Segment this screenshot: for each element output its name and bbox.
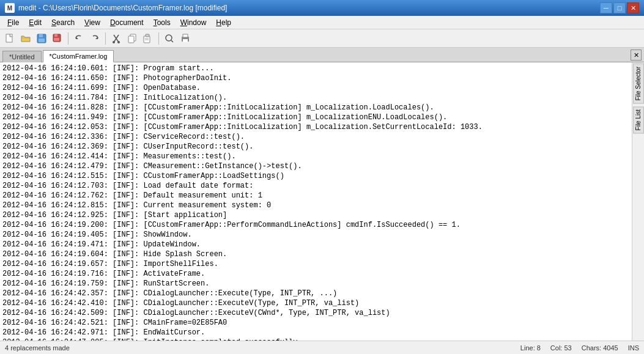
file-list-button[interactable]: File List — [633, 106, 644, 133]
log-line: 2012-04-16 16:24:19.716: [INF]: Activate… — [2, 269, 629, 279]
print-button[interactable] — [178, 31, 193, 46]
status-bar: 4 replacements made Line: 8 Col: 53 Char… — [0, 341, 644, 354]
menu-help[interactable]: Help — [211, 17, 236, 28]
open-button[interactable] — [18, 31, 33, 46]
log-line: 2012-04-16 16:24:19.657: [INF]: ImportSh… — [2, 259, 629, 269]
svg-point-12 — [117, 41, 120, 43]
separator-1 — [68, 32, 68, 45]
log-line: 2012-04-16 16:24:12.515: [INF]: CCustomF… — [2, 171, 629, 181]
main-area: 2012-04-16 16:24:10.601: [INF]: Program … — [0, 62, 644, 341]
tab-untitled[interactable]: *Untitled — [2, 51, 42, 62]
new-button[interactable] — [2, 31, 17, 46]
log-line: 2012-04-16 16:24:12.336: [INF]: CService… — [2, 132, 629, 142]
log-line: 2012-04-16 16:24:12.369: [INF]: CUserInp… — [2, 142, 629, 152]
toolbar — [0, 29, 644, 48]
log-line: 2012-04-16 16:24:42.521: [INF]: CMainFra… — [2, 318, 629, 328]
right-panel: File Selector File List — [632, 62, 644, 341]
title-bar-left: M medit - C:\Users\Florin\Documents\Cust… — [5, 3, 227, 13]
log-line: 2012-04-16 16:24:19.200: [INF]: [CCustom… — [2, 220, 629, 230]
svg-point-19 — [166, 35, 172, 41]
svg-rect-2 — [39, 34, 43, 37]
app-icon: M — [5, 3, 15, 13]
save-button[interactable] — [34, 31, 49, 46]
status-message: 4 replacements made — [5, 344, 70, 352]
file-selector-button[interactable]: File Selector — [633, 64, 644, 104]
log-line: 2012-04-16 16:24:19.604: [INF]: Hide Spl… — [2, 249, 629, 259]
log-line: 2012-04-16 16:24:12.703: [INF]: Load def… — [2, 181, 629, 191]
log-line: 2012-04-16 16:24:12.479: [INF]: CMeasure… — [2, 161, 629, 171]
log-line: 2012-04-16 16:24:42.971: [INF]: EndWaitC… — [2, 328, 629, 337]
paste-button[interactable] — [141, 31, 155, 46]
editor: 2012-04-16 16:24:10.601: [INF]: Program … — [0, 62, 632, 341]
log-line: 2012-04-16 16:24:12.925: [INF]: [Start a… — [2, 210, 629, 220]
log-line: 2012-04-16 16:24:19.405: [INF]: ShowWind… — [2, 230, 629, 240]
status-chars: Chars: 4045 — [582, 344, 618, 352]
svg-line-20 — [171, 40, 173, 42]
menu-file[interactable]: File — [2, 17, 24, 28]
svg-point-11 — [113, 41, 115, 43]
log-line: 2012-04-16 16:24:42.509: [INF]: CDialogL… — [2, 308, 629, 318]
title-bar-buttons: ─ □ ✕ — [600, 2, 639, 13]
menu-edit[interactable]: Edit — [24, 17, 46, 28]
svg-rect-16 — [146, 34, 149, 37]
log-line: 2012-04-16 16:24:12.053: [INF]: [CCustom… — [2, 122, 629, 132]
menu-bar: File Edit Search View Document Tools Win… — [0, 16, 644, 29]
svg-rect-14 — [128, 36, 134, 43]
tab-bar: *Untitled *CustomFramer.log ✕ — [0, 48, 644, 62]
log-line: 2012-04-16 16:24:11.650: [INF]: Photogra… — [2, 73, 629, 83]
svg-rect-6 — [54, 38, 59, 41]
separator-3 — [158, 32, 159, 45]
log-line: 2012-04-16 16:24:11.949: [INF]: [CCustom… — [2, 112, 629, 122]
svg-marker-7 — [76, 37, 78, 39]
log-line: 2012-04-16 16:24:19.759: [INF]: RunStart… — [2, 279, 629, 289]
title-bar: M medit - C:\Users\Florin\Documents\Cust… — [0, 0, 644, 16]
maximize-button[interactable]: □ — [613, 2, 626, 13]
menu-search[interactable]: Search — [46, 17, 80, 28]
status-info: Line: 8 Col: 53 Chars: 4045 INS — [520, 344, 639, 352]
status-mode: INS — [628, 344, 639, 352]
log-line: 2012-04-16 16:24:11.828: [INF]: [CCustom… — [2, 103, 629, 112]
log-line: 2012-04-16 16:24:12.414: [INF]: Measurem… — [2, 152, 629, 161]
svg-rect-22 — [183, 39, 188, 42]
svg-rect-0 — [6, 34, 12, 42]
find-button[interactable] — [162, 31, 177, 46]
log-line: 2012-04-16 16:24:12.815: [INF]: Current … — [2, 201, 629, 210]
log-line: 2012-04-16 16:24:12.762: [INF]: Default … — [2, 191, 629, 201]
redo-button[interactable] — [87, 31, 102, 46]
tab-customframer[interactable]: *CustomFramer.log — [43, 50, 114, 62]
save-all-button[interactable] — [50, 31, 65, 46]
cut-button[interactable] — [109, 31, 124, 46]
log-line: 2012-04-16 16:24:11.784: [INF]: InitLoca… — [2, 93, 629, 103]
minimize-button[interactable]: ─ — [600, 2, 612, 13]
menu-tools[interactable]: Tools — [149, 17, 176, 28]
log-line: 2012-04-16 16:24:11.699: [INF]: OpenData… — [2, 83, 629, 93]
log-line: 2012-04-16 16:24:47.995: [INF]: InitInst… — [2, 337, 629, 341]
menu-view[interactable]: View — [80, 17, 105, 28]
editor-content[interactable]: 2012-04-16 16:24:10.601: [INF]: Program … — [0, 62, 632, 341]
log-line: 2012-04-16 16:24:42.357: [INF]: CDialogL… — [2, 289, 629, 298]
status-line: Line: 8 — [520, 344, 541, 352]
svg-rect-3 — [39, 39, 45, 42]
separator-2 — [105, 32, 106, 45]
log-line: 2012-04-16 16:24:19.471: [INF]: UpdateWi… — [2, 240, 629, 249]
close-button[interactable]: ✕ — [627, 2, 639, 13]
status-col: Col: 53 — [550, 344, 572, 352]
svg-rect-23 — [183, 34, 188, 37]
undo-button[interactable] — [72, 31, 86, 46]
copy-button[interactable] — [125, 31, 139, 46]
menu-window[interactable]: Window — [176, 17, 212, 28]
svg-rect-5 — [54, 34, 57, 37]
log-line: 2012-04-16 16:24:10.601: [INF]: Program … — [2, 64, 629, 73]
title-text: medit - C:\Users\Florin\Documents\Custom… — [18, 4, 227, 12]
menu-document[interactable]: Document — [105, 17, 149, 28]
tab-close-button[interactable]: ✕ — [631, 50, 642, 61]
log-line: 2012-04-16 16:24:42.410: [INF]: CDialogL… — [2, 298, 629, 308]
